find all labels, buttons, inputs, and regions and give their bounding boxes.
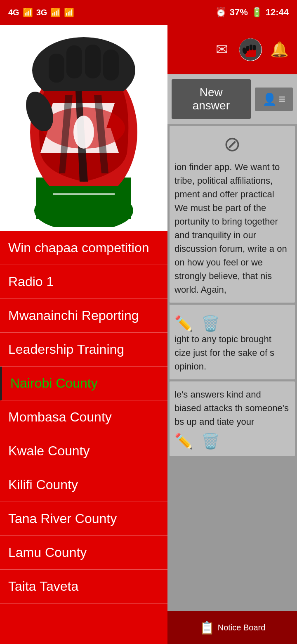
menu-item-mwanainchi[interactable]: Mwanainchi Reporting bbox=[0, 299, 167, 333]
menu-item-radio1[interactable]: Radio 1 bbox=[0, 265, 167, 299]
status-bar: 4G 📶 3G 📶 📶 ⏰ 37% 🔋 12:44 bbox=[0, 0, 297, 25]
content-panel: ✉ 🔔 New answer bbox=[167, 25, 297, 644]
menu-item-leadership[interactable]: Leadership Training bbox=[0, 333, 167, 367]
clock: 12:44 bbox=[266, 7, 289, 18]
card-2-actions: ✏️ 🗑️ bbox=[174, 315, 290, 332]
card-3-text: le's answers kind and biased attacks th … bbox=[174, 388, 290, 429]
network-4g: 4G bbox=[8, 8, 19, 17]
svg-rect-12 bbox=[36, 186, 131, 219]
kenya-fist-svg bbox=[12, 29, 156, 227]
notice-board-icon: 📋 bbox=[199, 620, 214, 635]
menu-item-tana-river[interactable]: Tana River County bbox=[0, 502, 167, 536]
card-3-actions: ✏️ 🗑️ bbox=[174, 433, 290, 450]
network-3g: 3G bbox=[36, 8, 47, 17]
profile-icon: 👤 bbox=[262, 92, 277, 106]
signal-icon-2: 📶 bbox=[50, 7, 61, 17]
menu-item-mombasa[interactable]: Mombasa County bbox=[0, 400, 167, 434]
menu-item-lamu[interactable]: Lamu County bbox=[0, 536, 167, 570]
wifi-icon: 📶 bbox=[64, 7, 74, 17]
profile-list-button[interactable]: 👤 ≡ bbox=[255, 88, 293, 111]
svg-rect-17 bbox=[250, 45, 252, 50]
svg-rect-10 bbox=[103, 50, 119, 80]
battery-icon: 🔋 bbox=[251, 7, 262, 18]
avatar-icon[interactable] bbox=[239, 38, 262, 61]
alarm-icon: ⏰ bbox=[215, 7, 226, 18]
content-card-1: ⊘ ion finder app. We want to tribe, poli… bbox=[170, 126, 295, 303]
notice-board-bar[interactable]: 📋 Notice Board bbox=[167, 611, 297, 644]
content-header: ✉ 🔔 bbox=[167, 25, 297, 74]
signal-icon: 📶 bbox=[23, 7, 33, 17]
svg-point-6 bbox=[73, 116, 94, 149]
menu-item-nairobi[interactable]: Nairobi County bbox=[0, 367, 167, 400]
content-toolbar: New answer 👤 ≡ bbox=[167, 74, 297, 124]
content-card-2: ✏️ 🗑️ ight to any topic brought cize jus… bbox=[170, 305, 295, 379]
bell-icon[interactable]: 🔔 bbox=[268, 38, 291, 61]
card-2-text: ight to any topic brought cize just for … bbox=[174, 332, 290, 373]
svg-rect-16 bbox=[246, 46, 249, 51]
svg-rect-8 bbox=[66, 45, 82, 78]
avatar-svg bbox=[239, 38, 262, 61]
content-body: ⊘ ion finder app. We want to tribe, poli… bbox=[167, 124, 297, 644]
notice-board-label: Notice Board bbox=[218, 623, 266, 632]
main-container: Win chapaa competition Radio 1 Mwanainch… bbox=[0, 25, 297, 644]
svg-rect-9 bbox=[85, 45, 101, 78]
status-right: ⏰ 37% 🔋 12:44 bbox=[215, 7, 289, 18]
mail-icon[interactable]: ✉ bbox=[210, 38, 233, 61]
ban-icon: ⊘ bbox=[174, 132, 290, 156]
menu-item-kwale[interactable]: Kwale County bbox=[0, 434, 167, 468]
list-icon: ≡ bbox=[279, 92, 285, 106]
edit-icon-2[interactable]: ✏️ bbox=[174, 315, 193, 332]
delete-icon-3[interactable]: 🗑️ bbox=[201, 433, 220, 450]
sidebar-image bbox=[0, 25, 167, 231]
card-1-text: ion finder app. We want to tribe, politi… bbox=[174, 160, 290, 296]
status-left: 4G 📶 3G 📶 📶 bbox=[8, 7, 74, 17]
content-card-3: le's answers kind and biased attacks th … bbox=[170, 381, 295, 456]
new-answer-button[interactable]: New answer bbox=[172, 79, 251, 119]
menu-item-kilifi[interactable]: Kilifi County bbox=[0, 468, 167, 502]
sidebar: Win chapaa competition Radio 1 Mwanainch… bbox=[0, 25, 167, 644]
battery-percentage: 37% bbox=[230, 7, 248, 18]
sidebar-menu: Win chapaa competition Radio 1 Mwanainch… bbox=[0, 231, 167, 644]
menu-item-taita[interactable]: Taita Taveta bbox=[0, 570, 167, 604]
svg-rect-7 bbox=[49, 54, 64, 83]
svg-rect-18 bbox=[253, 45, 256, 50]
delete-icon-2[interactable]: 🗑️ bbox=[201, 315, 220, 332]
menu-item-win-chapaa[interactable]: Win chapaa competition bbox=[0, 231, 167, 265]
edit-icon-3[interactable]: ✏️ bbox=[174, 433, 193, 450]
